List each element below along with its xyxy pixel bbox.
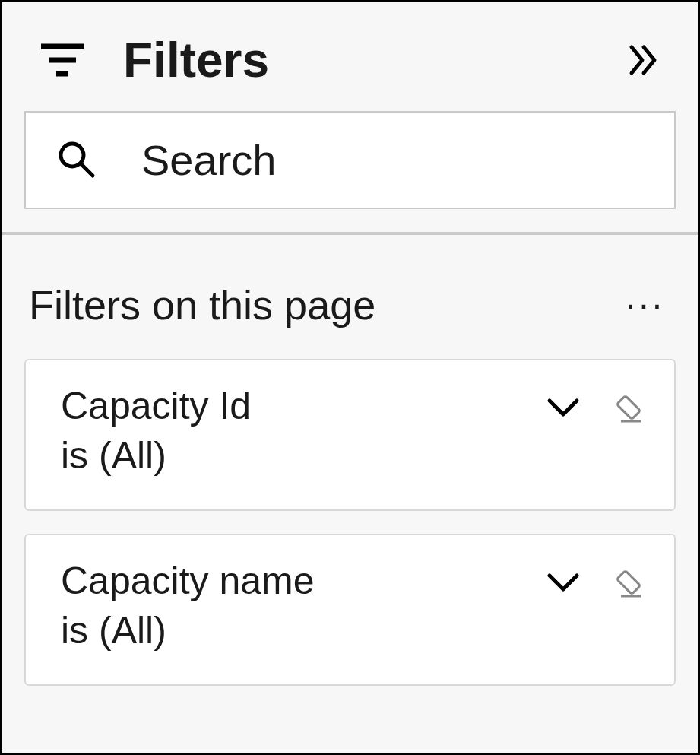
filter-text: Capacity name is (All) (61, 557, 546, 655)
panel-title: Filters (123, 32, 621, 88)
expand-filter-button[interactable] (546, 396, 580, 419)
filter-field-value: is (All) (61, 431, 546, 481)
search-box[interactable] (24, 111, 676, 209)
clear-filter-button[interactable] (610, 389, 647, 426)
filter-text: Capacity Id is (All) (61, 382, 546, 481)
eraser-icon (610, 389, 647, 426)
eraser-icon (610, 564, 647, 601)
panel-header: Filters (2, 2, 698, 111)
filter-icon (40, 37, 85, 83)
filter-card-actions (546, 382, 647, 426)
filter-field-value: is (All) (61, 606, 546, 655)
svg-rect-7 (616, 570, 640, 594)
collapse-button[interactable] (621, 36, 668, 84)
svg-rect-5 (616, 395, 640, 419)
chevron-down-icon (546, 571, 580, 594)
search-icon (56, 139, 96, 182)
clear-filter-button[interactable] (610, 564, 647, 601)
ellipsis-icon: ··· (626, 284, 665, 325)
filters-panel: Filters Filters on this page ··· (0, 0, 700, 755)
expand-filter-button[interactable] (546, 571, 580, 594)
filter-field-name: Capacity Id (61, 382, 546, 431)
more-options-button[interactable]: ··· (619, 281, 671, 328)
filter-field-name: Capacity name (61, 557, 546, 606)
section-header: Filters on this page ··· (24, 281, 676, 328)
svg-line-4 (81, 164, 93, 176)
filter-card[interactable]: Capacity name is (All) (24, 534, 676, 686)
filter-card[interactable]: Capacity Id is (All) (24, 359, 676, 511)
search-container (2, 111, 698, 232)
search-input[interactable] (141, 135, 672, 185)
filter-card-actions (546, 557, 647, 601)
filters-section: Filters on this page ··· Capacity Id is … (2, 235, 698, 731)
chevron-double-right-icon (627, 43, 662, 78)
section-title: Filters on this page (29, 281, 619, 328)
chevron-down-icon (546, 396, 580, 419)
